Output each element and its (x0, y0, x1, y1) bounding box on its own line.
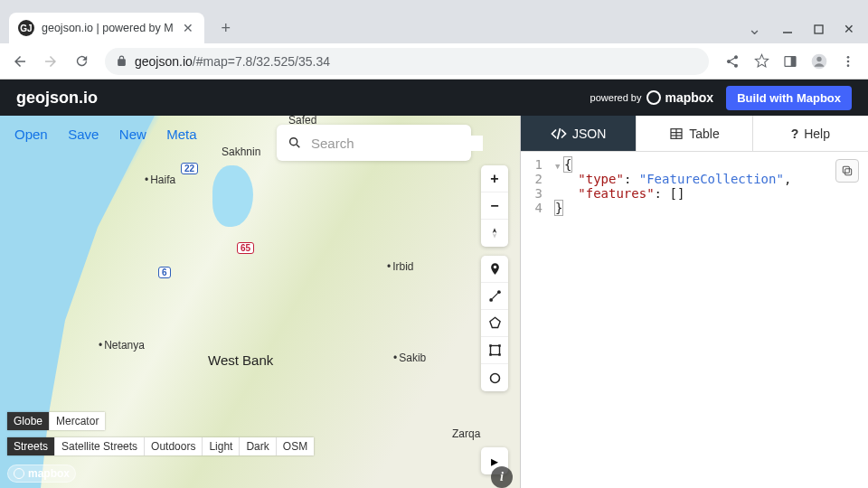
road-shield-65: 65 (237, 242, 254, 254)
close-icon[interactable]: ✕ (181, 21, 195, 35)
svg-rect-25 (843, 166, 849, 173)
draw-rectangle-button[interactable] (481, 337, 508, 364)
map-label-sakhnin: Sakhnin (222, 145, 260, 158)
bookmark-button[interactable] (749, 49, 774, 74)
table-icon (669, 127, 684, 141)
tab-title: geojson.io | powered by M (42, 22, 174, 34)
svg-rect-24 (845, 169, 852, 175)
forward-button[interactable] (38, 49, 63, 74)
draw-polygon-button[interactable] (481, 310, 508, 337)
projection-globe[interactable]: Globe (7, 412, 50, 430)
layer-toggle: Streets Satellite Streets Outdoors Light… (7, 437, 314, 455)
new-tab-button[interactable]: + (213, 15, 239, 41)
map-menu: Open Save New Meta (14, 127, 213, 143)
layer-satstreets[interactable]: Satellite Streets (55, 437, 145, 455)
map-label-netanya: Netanya (99, 339, 145, 352)
lock-icon (116, 55, 127, 67)
profile-button[interactable] (807, 49, 832, 74)
layer-streets[interactable]: Streets (7, 437, 55, 455)
chrome-menu-button[interactable] (835, 49, 861, 74)
map-label-zarqa: Zarqa (452, 427, 480, 440)
svg-line-13 (492, 293, 497, 298)
projection-mercator[interactable]: Mercator (50, 412, 105, 430)
draw-point-button[interactable] (481, 256, 508, 283)
layer-light[interactable]: Light (203, 437, 240, 455)
build-with-mapbox-button[interactable]: Build with Mapbox (726, 86, 852, 110)
reset-north-button[interactable] (481, 220, 508, 247)
zoom-controls: + − (481, 165, 508, 247)
app-header: geojson.io powered by mapbox Build with … (0, 80, 868, 116)
gutter: 1 2 3 4 (521, 152, 548, 488)
layer-osm[interactable]: OSM (277, 437, 314, 455)
map-label-haifa: Haifa (145, 174, 175, 186)
mapbox-mark-icon (646, 90, 661, 105)
browser-chrome: GJ geojson.io | powered by M ✕ + ⌄ ✕ geo… (0, 0, 868, 80)
zoom-out-button[interactable]: − (481, 192, 508, 220)
editor-tabs: JSON Table ? Help (521, 116, 868, 152)
address-host: geojson.io (135, 54, 193, 69)
tab-table[interactable]: Table (637, 116, 752, 151)
chevron-down-icon[interactable]: ⌄ (748, 19, 761, 39)
svg-point-7 (847, 60, 850, 62)
road-shield-22: 22 (181, 163, 198, 174)
minimize-button[interactable] (774, 18, 801, 40)
draw-line-button[interactable] (481, 283, 508, 310)
code-content[interactable]: ▼{ "type": "FeatureCollection", "feature… (548, 152, 868, 488)
search-box[interactable] (277, 125, 471, 161)
svg-point-9 (290, 138, 297, 145)
code-icon (551, 126, 567, 142)
share-button[interactable] (720, 49, 745, 74)
side-panel-button[interactable] (778, 49, 803, 74)
svg-point-5 (816, 56, 821, 61)
menu-new[interactable]: New (119, 127, 146, 142)
tab-json[interactable]: JSON (521, 116, 637, 151)
maximize-button[interactable] (805, 18, 832, 40)
zoom-in-button[interactable]: + (481, 165, 508, 192)
layer-dark[interactable]: Dark (240, 437, 276, 455)
map-label-sakib: Sakib (393, 352, 426, 364)
svg-rect-3 (791, 56, 796, 66)
mapbox-logo[interactable]: mapbox (646, 90, 713, 105)
powered-by-label: powered by (590, 92, 642, 103)
address-bar[interactable]: geojson.io/#map=7.8/32.525/35.34 (105, 48, 709, 75)
browser-tab[interactable]: GJ geojson.io | powered by M ✕ (9, 13, 204, 43)
map-canvas[interactable]: 22 6 65 Haifa Sakhnin Safed Irbid Netany… (0, 116, 520, 488)
road-shield-6: 6 (158, 267, 171, 278)
mapbox-mark-icon (14, 468, 24, 479)
svg-rect-14 (490, 346, 499, 355)
code-editor[interactable]: 1 2 3 4 ▼{ "type": "FeatureCollection", … (521, 152, 868, 488)
svg-rect-15 (489, 344, 492, 347)
search-icon (288, 136, 302, 150)
tab-help[interactable]: ? Help (753, 116, 868, 151)
draw-tools (481, 256, 508, 391)
projection-toggle: Globe Mercator (7, 412, 105, 430)
search-input[interactable] (311, 136, 483, 151)
close-window-button[interactable]: ✕ (835, 18, 863, 40)
menu-meta[interactable]: Meta (166, 127, 196, 142)
layer-outdoors[interactable]: Outdoors (145, 437, 203, 455)
map-label-westbank: West Bank (208, 352, 273, 368)
app-logo[interactable]: geojson.io (16, 89, 98, 108)
menu-open[interactable]: Open (14, 127, 48, 142)
address-path: /#map=7.8/32.525/35.34 (193, 54, 330, 69)
svg-point-6 (847, 56, 850, 59)
powered-by: powered by mapbox (590, 90, 714, 105)
svg-rect-17 (489, 353, 492, 356)
svg-point-19 (490, 373, 499, 382)
map-label-irbid: Irbid (387, 260, 414, 273)
draw-circle-button[interactable] (481, 364, 508, 391)
svg-rect-16 (498, 344, 501, 347)
svg-line-10 (297, 145, 299, 147)
menu-save[interactable]: Save (68, 127, 99, 142)
copy-button[interactable] (835, 159, 859, 183)
mapbox-attribution[interactable]: mapbox (7, 465, 76, 483)
map-info-button[interactable]: i (491, 466, 513, 488)
svg-point-8 (847, 64, 850, 67)
back-button[interactable] (7, 49, 33, 74)
svg-rect-1 (815, 25, 823, 33)
main: 22 6 65 Haifa Sakhnin Safed Irbid Netany… (0, 116, 868, 488)
map-pane[interactable]: 22 6 65 Haifa Sakhnin Safed Irbid Netany… (0, 116, 520, 488)
window-controls: ⌄ ✕ (748, 18, 868, 40)
reload-button[interactable] (69, 49, 94, 74)
tab-strip: GJ geojson.io | powered by M ✕ + ⌄ ✕ (0, 11, 868, 43)
